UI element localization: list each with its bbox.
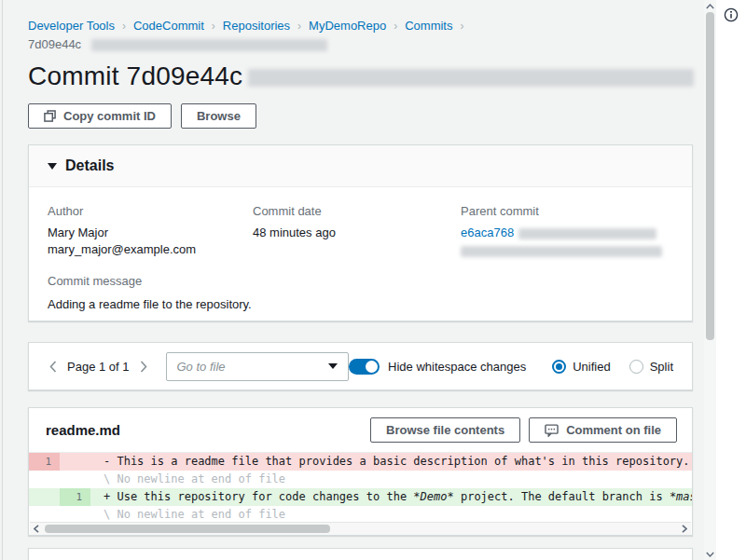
- next-file-panel-partial: [28, 548, 693, 560]
- diff-old-line-number: 1: [29, 453, 60, 471]
- chevron-down-icon: [328, 363, 338, 369]
- diff-header-buttons: Browse file contents Comment on file: [370, 417, 677, 443]
- vertical-scrollbar[interactable]: [704, 0, 716, 560]
- redacted-parent-commit-id-2: [461, 246, 662, 257]
- diff-view-options: Hide whitespace changes Unified Split: [349, 359, 673, 375]
- scroll-up-button[interactable]: [704, 0, 716, 12]
- nav-edge-divider: [2, 0, 3, 560]
- commit-date-field: Commit date 48 minutes ago: [253, 204, 461, 258]
- comment-icon: [545, 424, 559, 437]
- diff-new-line-number: [60, 453, 90, 471]
- parent-commit-label: Parent commit: [461, 204, 673, 218]
- commit-message-field: Commit message Adding a readme file to t…: [48, 274, 673, 313]
- author-name: Mary Major: [48, 225, 253, 241]
- scroll-down-button[interactable]: [704, 548, 716, 560]
- scroll-left-button[interactable]: [30, 525, 43, 533]
- diff-toolbar: Page 1 of 1 Go to file Hide whitespace c…: [29, 343, 692, 389]
- comment-on-file-button[interactable]: Comment on file: [529, 417, 677, 443]
- breadcrumb-link[interactable]: MyDemoRepo: [309, 19, 386, 33]
- breadcrumb-separator-icon: ›: [212, 20, 215, 33]
- radio-unified[interactable]: Unified: [552, 360, 610, 374]
- view-mode-radio-group: Unified Split: [552, 360, 673, 374]
- breadcrumb: Developer Tools›CodeCommit›Repositories›…: [28, 19, 681, 52]
- author-value: Mary Major mary_major@example.com: [48, 225, 253, 258]
- details-panel: Details Author Mary Major mary_major@exa…: [28, 144, 693, 321]
- commit-date-label: Commit date: [253, 204, 461, 218]
- go-to-file-placeholder: Go to file: [177, 360, 329, 374]
- diff-toolbar-panel: Page 1 of 1 Go to file Hide whitespace c…: [28, 342, 693, 390]
- breadcrumb-link[interactable]: CodeCommit: [133, 19, 204, 33]
- page-root: { "breadcrumb": { "items": ["Developer T…: [0, 0, 746, 560]
- diff-body: 1- This is a readme file that provides a…: [29, 452, 692, 524]
- next-page-button[interactable]: [138, 359, 149, 375]
- radio-split[interactable]: Split: [629, 360, 673, 374]
- commit-message-value: Adding a readme file to the repository.: [48, 296, 673, 313]
- chevron-right-icon: [140, 361, 147, 373]
- commit-date-value: 48 minutes ago: [253, 225, 461, 241]
- browse-file-contents-button[interactable]: Browse file contents: [370, 417, 520, 443]
- breadcrumb-current: 7d09e44c: [28, 37, 81, 51]
- breadcrumb-links: Developer Tools›CodeCommit›Repositories›…: [28, 19, 681, 34]
- breadcrumb-separator-icon: ›: [394, 20, 397, 33]
- horizontal-scrollbar-thumb[interactable]: [45, 525, 330, 533]
- author-field: Author Mary Major mary_major@example.com: [48, 204, 253, 258]
- diff-line-text: + Use this repository for code changes t…: [90, 488, 692, 506]
- details-body: Author Mary Major mary_major@example.com…: [29, 187, 692, 313]
- diff-old-line-number: [29, 488, 60, 506]
- breadcrumb-separator-icon: ›: [460, 20, 463, 33]
- vertical-scrollbar-thumb[interactable]: [706, 12, 714, 340]
- browse-button[interactable]: Browse: [181, 103, 256, 129]
- breadcrumb-separator-icon: ›: [297, 20, 301, 33]
- details-header[interactable]: Details: [29, 145, 692, 187]
- browse-label: Browse: [197, 109, 241, 123]
- page-title-text: Commit 7d09e44c: [28, 61, 242, 90]
- commit-message-label: Commit message: [48, 274, 673, 288]
- redacted-commit-id: [91, 39, 327, 51]
- horizontal-scrollbar-track[interactable]: [43, 523, 678, 535]
- file-diff-header: readme.md Browse file contents Comment o…: [29, 408, 692, 452]
- parent-commit-value: e6aca768: [461, 225, 673, 257]
- pager: Page 1 of 1: [48, 359, 149, 375]
- hide-whitespace-label: Hide whitespace changes: [388, 360, 526, 374]
- diff-line-text: - This is a readme file that provides a …: [90, 453, 692, 471]
- breadcrumb-link[interactable]: Developer Tools: [28, 19, 115, 33]
- author-label: Author: [48, 204, 253, 218]
- radio-split-label: Split: [650, 360, 673, 374]
- info-icon[interactable]: [724, 7, 739, 25]
- page-indicator: Page 1 of 1: [67, 360, 130, 374]
- diff-new-line-number: 1: [60, 488, 90, 506]
- diff-row: 1+ Use this repository for code changes …: [29, 488, 692, 506]
- previous-page-button[interactable]: [48, 359, 59, 375]
- info-rail: [716, 0, 746, 560]
- diff-row: \ No newline at end of file: [29, 471, 692, 488]
- action-buttons: Copy commit ID Browse: [28, 103, 256, 129]
- breadcrumb-current-line: 7d09e44c: [28, 37, 681, 52]
- radio-split-control: [629, 360, 643, 374]
- diff-line-text: \ No newline at end of file: [90, 471, 692, 488]
- diff-new-line-number: [60, 471, 90, 488]
- diff-filename: readme.md: [46, 422, 120, 438]
- breadcrumb-link[interactable]: Repositories: [223, 19, 290, 33]
- collapse-caret-icon: [48, 163, 57, 170]
- horizontal-scrollbar[interactable]: [30, 522, 691, 535]
- radio-unified-control: [552, 360, 566, 374]
- hide-whitespace-toggle[interactable]: [349, 359, 380, 375]
- redacted-parent-commit-id: [518, 228, 656, 239]
- copy-commit-id-button[interactable]: Copy commit ID: [28, 103, 172, 129]
- details-grid: Author Mary Major mary_major@example.com…: [48, 204, 673, 258]
- scroll-right-button[interactable]: [678, 525, 691, 533]
- browse-file-contents-label: Browse file contents: [386, 423, 504, 437]
- file-diff-panel: readme.md Browse file contents Comment o…: [28, 407, 693, 536]
- go-to-file-select[interactable]: Go to file: [166, 352, 350, 381]
- parent-commit-field: Parent commit e6aca768: [461, 204, 673, 258]
- details-title: Details: [65, 157, 114, 174]
- parent-commit-link[interactable]: e6aca768: [461, 225, 514, 239]
- diff-row: 1- This is a readme file that provides a…: [29, 453, 692, 471]
- breadcrumb-separator-icon: ›: [122, 20, 126, 33]
- author-email: mary_major@example.com: [48, 241, 253, 258]
- comment-on-file-label: Comment on file: [566, 423, 661, 437]
- radio-unified-label: Unified: [573, 360, 610, 374]
- breadcrumb-link[interactable]: Commits: [405, 19, 452, 33]
- redacted-title-commit-id: [248, 69, 694, 87]
- chevron-left-icon: [49, 361, 57, 373]
